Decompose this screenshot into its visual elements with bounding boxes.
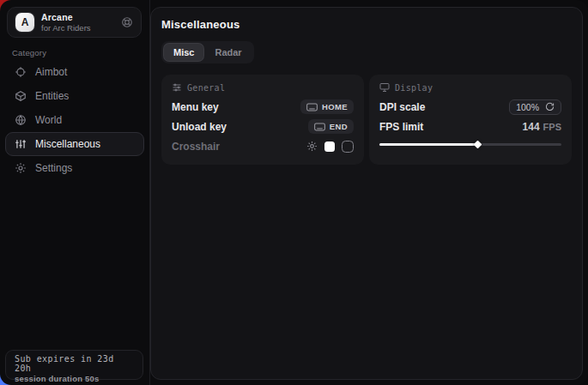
app-logo: A xyxy=(15,13,34,32)
fps-unit: FPS xyxy=(543,122,561,132)
unload-key-row: Unload key END xyxy=(172,117,354,136)
unload-key-value: END xyxy=(330,122,348,131)
crosshair-checkbox[interactable] xyxy=(342,141,354,153)
unload-key-bind-button[interactable]: END xyxy=(308,119,354,134)
sidebar-item-label: Entities xyxy=(35,90,69,102)
sidebar-item-label: Aimbot xyxy=(35,66,67,78)
app-header-card: A Arcane for Arc Riders xyxy=(7,7,142,38)
sidebar-item-miscellaneous[interactable]: Miscellaneous xyxy=(5,132,144,156)
crosshair-row: Crosshair xyxy=(172,136,354,156)
sidebar-item-entities[interactable]: Entities xyxy=(5,84,144,108)
crosshair-settings-gear-icon[interactable] xyxy=(306,141,318,152)
cards-row: General Menu key HOME xyxy=(161,75,572,165)
menu-key-bind-button[interactable]: HOME xyxy=(300,99,354,114)
menu-key-value: HOME xyxy=(322,102,348,111)
sidebar-item-aimbot[interactable]: Aimbot xyxy=(5,60,144,84)
sub-expires-text: Sub expires in 23d 20h xyxy=(15,354,134,373)
sidebar-item-settings[interactable]: Settings xyxy=(5,156,144,180)
monitor-icon xyxy=(379,82,390,93)
gear-icon xyxy=(15,162,27,174)
crosshair-color-swatch[interactable] xyxy=(324,141,335,152)
keyboard-icon xyxy=(306,103,318,111)
crosshair-controls xyxy=(306,141,354,153)
app-window: A Arcane for Arc Riders Category xyxy=(0,0,588,385)
sidebar-item-label: Settings xyxy=(35,162,72,174)
sidebar-item-label: Miscellaneous xyxy=(35,138,100,150)
refresh-icon[interactable] xyxy=(545,102,555,111)
page-title: Miscellaneous xyxy=(161,18,572,31)
subscription-card: Sub expires in 23d 20h session duration … xyxy=(5,350,143,380)
sidebar: A Arcane for Arc Riders Category xyxy=(0,0,150,385)
display-card: Display DPI scale 100% xyxy=(369,75,572,165)
sidebar-item-label: World xyxy=(35,114,62,126)
fps-number: 144 xyxy=(523,121,540,133)
tab-radar[interactable]: Radar xyxy=(205,44,251,61)
tab-misc[interactable]: Misc xyxy=(164,44,203,61)
dpi-scale-value: 100% xyxy=(516,102,539,112)
sliders-icon xyxy=(15,138,27,150)
app-title: Arcane xyxy=(41,12,91,22)
fps-limit-row: FPS limit 144 FPS xyxy=(379,117,561,136)
session-duration-text: session duration 50s xyxy=(15,374,134,383)
slider-thumb[interactable] xyxy=(474,141,482,149)
general-card: General Menu key HOME xyxy=(161,75,364,165)
lifebuoy-icon[interactable] xyxy=(121,16,133,28)
fps-limit-value: 144 FPS xyxy=(523,121,561,133)
fps-limit-label: FPS limit xyxy=(379,121,423,133)
menu-key-row: Menu key HOME xyxy=(172,97,354,117)
globe-icon xyxy=(15,114,27,126)
dpi-scale-control[interactable]: 100% xyxy=(509,99,561,115)
general-card-header: General xyxy=(172,82,354,93)
crosshair-label: Crosshair xyxy=(172,141,220,153)
unload-key-label: Unload key xyxy=(172,121,227,133)
dpi-scale-row: DPI scale 100% xyxy=(379,97,561,117)
app-titles: Arcane for Arc Riders xyxy=(41,12,91,33)
dpi-scale-label: DPI scale xyxy=(379,101,425,113)
slider-fill xyxy=(379,143,477,146)
tab-bar: Misc Radar xyxy=(161,41,254,63)
sliders-horizontal-icon xyxy=(172,82,182,93)
general-card-title: General xyxy=(187,83,225,93)
desktop-background: A Arcane for Arc Riders Category xyxy=(0,0,588,385)
keyboard-icon xyxy=(314,123,325,131)
sidebar-item-world[interactable]: World xyxy=(5,108,144,132)
display-card-title: Display xyxy=(395,83,433,93)
category-label: Category xyxy=(12,48,46,57)
sidebar-nav: Aimbot Entities Wo xyxy=(5,60,144,180)
main-panel: Miscellaneous Misc Radar Gene xyxy=(150,7,583,380)
cube-icon xyxy=(15,90,27,102)
display-card-header: Display xyxy=(379,82,561,93)
fps-limit-slider[interactable] xyxy=(379,140,561,149)
app-subtitle: for Arc Riders xyxy=(41,23,91,33)
menu-key-label: Menu key xyxy=(172,101,219,113)
crosshair-icon xyxy=(15,66,27,78)
